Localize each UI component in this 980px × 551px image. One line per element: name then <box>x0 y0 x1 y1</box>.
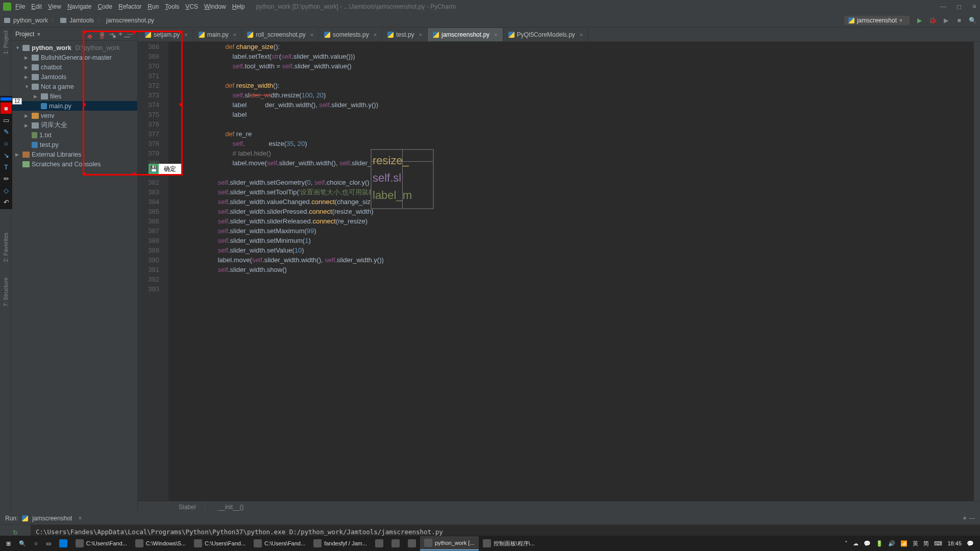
arrow-tool-icon[interactable]: ↘ <box>1 149 12 161</box>
menu-navigate[interactable]: Navigate <box>67 3 91 10</box>
tray-cloud-icon[interactable]: ☁ <box>853 540 859 547</box>
tree-item[interactable]: 1.txt <box>11 130 137 140</box>
taskbar-app[interactable]: C:\Users\Fand... <box>71 536 131 550</box>
tree-item[interactable]: ▶BullshitGenerator-master <box>11 53 137 62</box>
undo-tool-icon[interactable]: ↶ <box>1 196 12 208</box>
menu-view[interactable]: View <box>48 3 61 10</box>
taskbar-app[interactable]: C:\Users\Fand... <box>190 536 250 550</box>
menu-edit[interactable]: Edit <box>31 3 42 10</box>
crumb[interactable]: python_work <box>13 17 48 24</box>
run-icon[interactable]: ▶ <box>916 17 923 24</box>
color-blue-icon[interactable] <box>1 97 12 101</box>
notifications-icon[interactable]: 💬 <box>967 540 974 547</box>
brush-size-value[interactable]: 12 <box>12 98 22 105</box>
tray-wifi-icon[interactable]: 📶 <box>900 540 908 547</box>
close-icon[interactable]: ✕ <box>972 3 977 10</box>
clock[interactable]: 18:45 <box>947 540 962 546</box>
edge-button[interactable] <box>55 536 71 550</box>
scratches[interactable]: Scratches and Consoles <box>11 159 137 169</box>
tree-item[interactable]: ▶files <box>11 91 137 101</box>
menu-file[interactable]: File <box>15 3 25 10</box>
favorites-tool-button[interactable]: 2: Favorites <box>3 233 9 262</box>
run-tab[interactable]: jamscreenshot <box>32 515 72 522</box>
maximize-icon[interactable]: ◻ <box>957 3 962 10</box>
ime-lang[interactable]: 英 <box>913 540 918 547</box>
menu-refactor[interactable]: Refactor <box>118 3 141 10</box>
tree-item[interactable]: ▶词库大全 <box>11 120 137 130</box>
tree-item[interactable]: main.py <box>11 101 137 111</box>
stop-icon[interactable]: ■ <box>955 17 963 24</box>
editor-tab[interactable]: main.py× <box>193 28 242 41</box>
close-tab-icon[interactable]: × <box>494 32 497 38</box>
editor-tab[interactable]: PyQt5CoreModels.py× <box>503 28 589 41</box>
menu-vcs[interactable]: VCS <box>185 3 198 10</box>
taskbar-app[interactable] <box>371 536 387 550</box>
project-tool-button[interactable]: 1: Project <box>3 31 9 54</box>
text-tool-icon[interactable]: T <box>1 161 12 172</box>
close-tab-icon[interactable]: × <box>233 32 236 38</box>
task-view-button[interactable]: ▭ <box>42 536 55 550</box>
crumb[interactable]: Jamtools <box>69 17 94 24</box>
collapse-icon[interactable]: ⇥ <box>109 31 114 38</box>
menu-window[interactable]: Window <box>204 3 226 10</box>
hide-icon[interactable]: — <box>127 31 133 38</box>
coverage-icon[interactable]: ▶ <box>942 17 949 24</box>
minimize-icon[interactable]: — <box>940 3 946 10</box>
keyboard-icon[interactable]: ⌨ <box>934 540 942 547</box>
close-tab-icon[interactable]: × <box>310 32 313 38</box>
tray-battery-icon[interactable]: 🔋 <box>876 540 883 547</box>
pen-tool-icon[interactable]: ✎ <box>1 126 12 137</box>
gear-icon[interactable]: ✶ <box>118 31 123 38</box>
menu-run[interactable]: Run <box>148 3 159 10</box>
close-tab-icon[interactable]: × <box>374 32 377 38</box>
editor-tab[interactable]: sometests.py× <box>319 28 382 41</box>
editor-tab[interactable]: setjam.py× <box>140 28 193 41</box>
editor-tab[interactable]: jamscreenshot.py× <box>428 28 503 41</box>
menu-help[interactable]: Help <box>232 3 245 10</box>
menu-tools[interactable]: Tools <box>165 3 179 10</box>
eraser-tool-icon[interactable]: ◇ <box>1 185 12 196</box>
tree-item[interactable]: ▶Jamtools <box>11 72 137 82</box>
taskbar-app[interactable] <box>404 536 420 550</box>
tree-item[interactable]: test.py <box>11 140 137 149</box>
code-editor[interactable]: 368 369 370 371 372 373 374 375 376 377 … <box>138 42 980 501</box>
tray-wechat-icon[interactable]: 💬 <box>864 540 871 547</box>
menu-code[interactable]: Code <box>97 3 112 10</box>
circle-tool-icon[interactable]: ○ <box>1 138 12 149</box>
tree-item[interactable]: ▶chatbot <box>11 62 137 72</box>
crumb-fn[interactable]: __init__() <box>218 504 243 511</box>
close-tab-icon[interactable]: × <box>580 32 583 38</box>
editor-scrollbar[interactable] <box>974 42 980 501</box>
tree-item[interactable]: ▼Not a game <box>11 82 137 91</box>
editor-tab[interactable]: roll_screenshot.py× <box>242 28 319 41</box>
marker-tool-icon[interactable]: ✏ <box>1 173 12 184</box>
close-run-tab-icon[interactable]: × <box>78 515 82 522</box>
tree-item[interactable]: ▶venv <box>11 111 137 120</box>
cortana-button[interactable]: ○ <box>30 536 42 550</box>
structure-tool-button[interactable]: 7: Structure <box>3 278 9 307</box>
crumb-class[interactable]: Slabel <box>179 504 195 511</box>
tree-root[interactable]: ▼ python_work D:\python_work <box>11 43 137 53</box>
search-everywhere-icon[interactable]: 🔍 <box>969 17 976 24</box>
start-button[interactable]: ⊞ <box>2 536 15 550</box>
gear-icon[interactable]: ✶ — <box>962 515 975 522</box>
close-tab-icon[interactable]: × <box>184 32 187 38</box>
taskbar-app[interactable] <box>387 536 404 550</box>
taskbar-app[interactable]: C:\Users\Fand... <box>250 536 309 550</box>
tray-volume-icon[interactable]: 🔊 <box>888 540 895 547</box>
external-libraries[interactable]: ▶External Libraries <box>11 149 137 159</box>
taskbar-app[interactable]: fandesfyf / Jam... <box>309 536 371 550</box>
taskbar-app[interactable]: python_work [... <box>420 536 479 550</box>
rect-fill-tool-icon[interactable]: ■ <box>1 103 12 114</box>
crumb[interactable]: jamscreenshot.py <box>106 17 154 24</box>
debug-icon[interactable]: 🐞 <box>929 17 936 24</box>
tray-chevron-icon[interactable]: ˄ <box>845 540 848 547</box>
menubar[interactable]: FileEditViewNavigateCodeRefactorRunTools… <box>15 3 251 10</box>
run-config-selector[interactable]: jamscreenshot ▾ <box>844 16 910 25</box>
taskbar-app[interactable]: 控制面板\程序\... <box>479 536 539 550</box>
ime-mode[interactable]: 简 <box>923 540 929 547</box>
close-tab-icon[interactable]: × <box>419 32 422 38</box>
taskbar-app[interactable]: C:\Windows\S... <box>131 536 190 550</box>
target-icon[interactable]: ⊕ <box>100 31 105 38</box>
rect-tool-icon[interactable]: ▭ <box>1 114 12 126</box>
